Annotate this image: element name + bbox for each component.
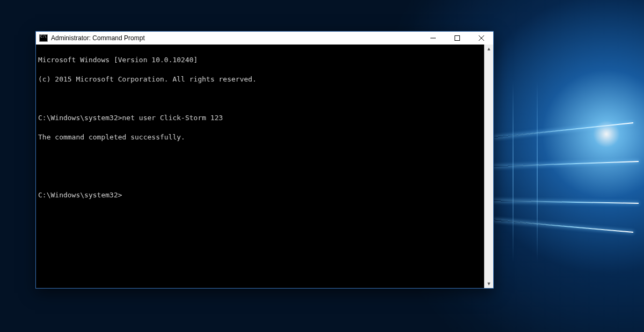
console-line (38, 171, 482, 181)
chevron-up-icon: ▲ (487, 46, 492, 51)
wallpaper-decor (494, 219, 633, 233)
maximize-icon (455, 35, 460, 41)
console-prompt[interactable]: C:\Windows\system32> (38, 190, 482, 200)
command-prompt-window[interactable]: Administrator: Command Prompt Microsoft … (35, 31, 494, 289)
wallpaper-decor (494, 200, 639, 204)
svg-rect-1 (455, 36, 459, 41)
wallpaper-decor (494, 122, 633, 138)
scroll-up-button[interactable]: ▲ (485, 45, 493, 53)
console-line: The command completed successfully. (38, 132, 482, 142)
cmd-icon (39, 34, 48, 42)
chevron-down-icon: ▼ (487, 281, 492, 286)
wallpaper-decor (513, 80, 514, 263)
minimize-icon (430, 35, 436, 41)
scrollbar-track[interactable] (485, 53, 493, 279)
console-line: Microsoft Windows [Version 10.0.10240] (38, 55, 482, 65)
console-line (38, 152, 482, 161)
console-area: Microsoft Windows [Version 10.0.10240] (… (36, 45, 493, 288)
wallpaper-decor (537, 80, 538, 263)
window-title: Administrator: Command Prompt (51, 34, 145, 42)
vertical-scrollbar[interactable]: ▲ ▼ (484, 45, 493, 288)
minimize-button[interactable] (421, 32, 445, 45)
maximize-button[interactable] (445, 32, 469, 45)
console-line: C:\Windows\system32>net user Click-Storm… (38, 113, 482, 123)
titlebar[interactable]: Administrator: Command Prompt (36, 32, 493, 45)
console-line: (c) 2015 Microsoft Corporation. All righ… (38, 75, 482, 84)
scroll-down-button[interactable]: ▼ (485, 279, 493, 288)
close-icon (479, 35, 484, 41)
console-line (38, 94, 482, 104)
wallpaper-decor (494, 161, 639, 167)
console-output[interactable]: Microsoft Windows [Version 10.0.10240] (… (36, 45, 484, 288)
close-button[interactable] (469, 32, 493, 45)
